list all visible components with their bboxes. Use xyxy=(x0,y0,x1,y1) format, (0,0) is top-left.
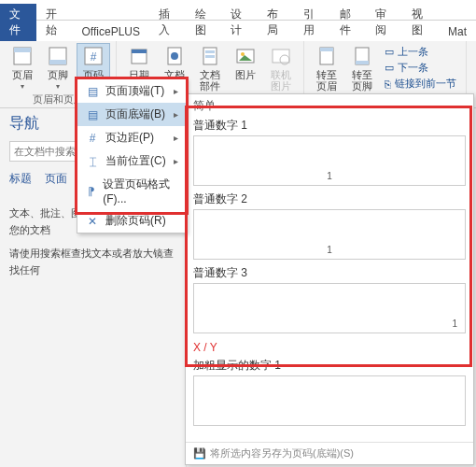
submenu-section-xy: X / Y xyxy=(186,337,473,356)
nav-link-button[interactable]: ⎘链接到前一节 xyxy=(385,77,456,91)
calendar-icon xyxy=(128,45,150,67)
header-icon xyxy=(11,45,34,67)
footer-icon xyxy=(47,45,69,67)
svg-rect-11 xyxy=(205,50,215,53)
goto-header-icon xyxy=(315,45,338,67)
submenu-item-2[interactable]: 普通数字 2 xyxy=(186,190,473,263)
page-number-dropdown: ▤ 页面顶端(T) ▸ ▤ 页面底端(B) ▸ # 页边距(P) ▸ ⌶ 当前位… xyxy=(77,78,187,234)
ribbon-tabs: 文件 开始 OfficePLUS 插入 绘图 设计 布局 引用 邮件 审阅 视图… xyxy=(0,21,476,41)
nav-next-button[interactable]: ▭下一条 xyxy=(385,61,456,75)
svg-text:#: # xyxy=(91,50,97,64)
link-icon: ⎘ xyxy=(385,78,391,90)
tab-draw[interactable]: 绘图 xyxy=(186,4,222,41)
preview-box xyxy=(193,135,466,186)
tab-home[interactable]: 开始 xyxy=(36,4,73,41)
chevron-down-icon: ▾ xyxy=(21,82,24,91)
dropdown-top[interactable]: ▤ 页面顶端(T) ▸ xyxy=(77,79,186,103)
chevron-right-icon: ▸ xyxy=(174,86,178,96)
dropdown-current[interactable]: ⌶ 当前位置(C) ▸ xyxy=(77,149,186,173)
tab-mail[interactable]: 邮件 xyxy=(330,4,367,41)
page-bottom-submenu: 简单 普通数字 1 普通数字 2 普通数字 3 X / Y 加粗显示的数字 1 … xyxy=(185,93,474,465)
svg-rect-18 xyxy=(320,48,333,51)
tab-design[interactable]: 设计 xyxy=(221,4,258,41)
chevron-right-icon: ▸ xyxy=(174,133,178,143)
next-icon: ▭ xyxy=(385,62,394,74)
submenu-footer[interactable]: 💾 将所选内容另存为页码(底端)(S) xyxy=(186,442,473,464)
tab-layout[interactable]: 布局 xyxy=(258,4,294,41)
doc-info-icon xyxy=(163,45,186,67)
remove-icon: ✕ xyxy=(85,214,100,229)
navtab-heading[interactable]: 标题 xyxy=(9,171,32,187)
page-bottom-icon: ▤ xyxy=(85,107,100,122)
dropdown-format[interactable]: ⁋ 设置页码格式(F)... xyxy=(77,173,186,209)
svg-rect-20 xyxy=(356,61,369,64)
svg-point-14 xyxy=(241,52,245,56)
submenu-section-simple: 简单 xyxy=(186,94,473,116)
tab-insert[interactable]: 插入 xyxy=(149,4,186,41)
save-selection-icon: 💾 xyxy=(193,447,206,460)
nav-links: ▭上一条 ▭下一条 ⎘链接到前一节 xyxy=(381,43,460,92)
picture-button[interactable]: 图片 xyxy=(229,43,262,82)
page-top-icon: ▤ xyxy=(85,84,100,99)
svg-rect-7 xyxy=(132,50,147,53)
goto-footer-button[interactable]: 转至页脚 xyxy=(345,43,379,93)
current-pos-icon: ⌶ xyxy=(85,154,100,169)
preview-box xyxy=(193,209,466,260)
submenu-item-bold[interactable]: 加粗显示的数字 1 xyxy=(186,356,473,430)
tab-mat[interactable]: Mat xyxy=(439,22,476,41)
goto-footer-icon xyxy=(351,45,373,67)
header-button[interactable]: 页眉 ▾ xyxy=(6,43,39,92)
chevron-right-icon: ▸ xyxy=(174,156,178,166)
preview-box xyxy=(193,375,466,426)
dropdown-margin[interactable]: # 页边距(P) ▸ xyxy=(77,126,186,149)
online-picture-button[interactable]: 联机图片 xyxy=(264,43,298,93)
submenu-item-1[interactable]: 普通数字 1 xyxy=(186,116,473,190)
svg-rect-1 xyxy=(14,48,31,52)
page-number-icon: # xyxy=(82,45,105,67)
doc-parts-icon xyxy=(199,45,221,67)
navtab-page[interactable]: 页面 xyxy=(45,171,67,187)
svg-rect-3 xyxy=(49,60,66,64)
chevron-down-icon: ▾ xyxy=(56,82,60,91)
tab-review[interactable]: 审阅 xyxy=(366,4,402,41)
submenu-item-3[interactable]: 普通数字 3 xyxy=(186,263,473,337)
tab-references[interactable]: 引用 xyxy=(294,4,330,41)
format-icon: ⁋ xyxy=(85,184,97,199)
online-picture-icon xyxy=(270,45,292,67)
page-margin-icon: # xyxy=(85,131,100,146)
svg-rect-12 xyxy=(205,55,215,58)
chevron-right-icon: ▸ xyxy=(174,109,178,120)
tab-view[interactable]: 视图 xyxy=(402,4,439,41)
svg-point-9 xyxy=(171,52,178,60)
preview-box xyxy=(193,283,466,333)
goto-header-button[interactable]: 转至页眉 xyxy=(310,43,343,93)
dropdown-bottom[interactable]: ▤ 页面底端(B) ▸ xyxy=(77,103,186,126)
tab-file[interactable]: 文件 xyxy=(0,4,36,41)
dropdown-remove[interactable]: ✕ 删除页码(R) xyxy=(77,209,186,233)
picture-icon xyxy=(234,45,257,67)
footer-button[interactable]: 页脚 ▾ xyxy=(41,43,75,92)
nav-prev-button[interactable]: ▭上一条 xyxy=(385,45,456,59)
prev-icon: ▭ xyxy=(385,46,394,58)
tab-officeplus[interactable]: OfficePLUS xyxy=(73,22,149,41)
